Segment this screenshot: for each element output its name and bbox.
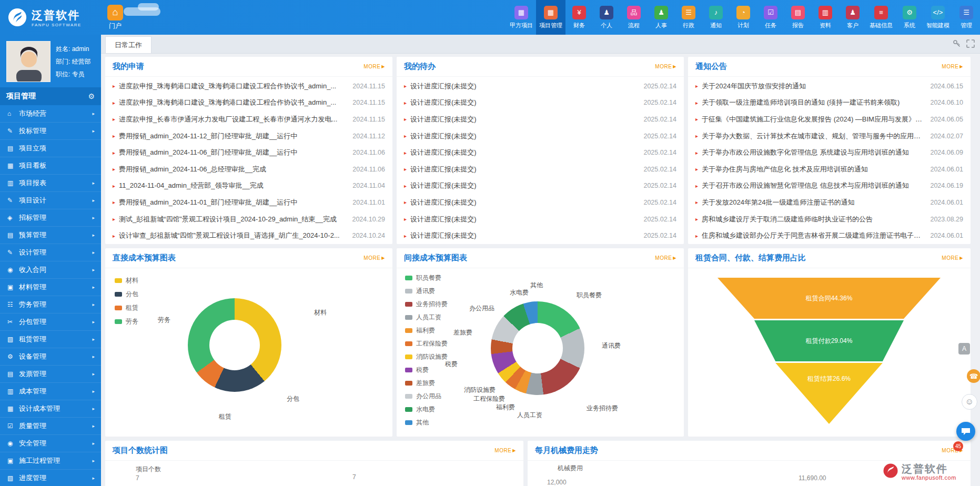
legend-item[interactable]: 劳务: [115, 315, 138, 328]
list-item[interactable]: ▸关于举办住房与房地产信息化 技术及应用培训班的通知2024.06.01: [688, 161, 971, 178]
topnav-item-system[interactable]: ⚙系统: [896, 0, 923, 35]
list-item[interactable]: ▸住房和城乡建设部办公厅关于同意吉林省开展二级建造师注册证书电子化试点...20…: [688, 227, 971, 244]
topnav-item-notification[interactable]: ♪通知: [702, 0, 730, 35]
sidebar-item-cost-management[interactable]: ▥成本管理▸: [0, 383, 101, 400]
list-item[interactable]: ▸费用报销_admin_2024-11-06_总经理审批__完成2024.11.…: [105, 161, 392, 178]
list-item[interactable]: ▸费用报销_admin_2024-11-12_部门经理审批_胡建__运行中202…: [105, 128, 392, 145]
list-item[interactable]: ▸设计进度汇报(未提交)2025.02.14: [397, 111, 684, 128]
topnav-item-workflow[interactable]: 品流程: [620, 0, 648, 35]
list-item[interactable]: ▸关于召开市政公用设施智慧化管理信息 信息技术与应用培训班的通知2024.06.…: [688, 178, 971, 195]
sidebar-item-budget-management[interactable]: ▤预算管理▸: [0, 227, 101, 244]
list-item[interactable]: ▸进度款申报_长春市伊通河水力发电厂设建工程_长春市伊通河水力发电...2024…: [105, 111, 392, 128]
topnav-item-project-management[interactable]: ▦项目管理: [536, 0, 565, 35]
topnav-item-personal[interactable]: ♟个人: [593, 0, 620, 35]
gear-icon[interactable]: ⚙: [88, 92, 95, 100]
list-item[interactable]: ▸关于2024年国庆节放假安排的通知2024.06.15: [688, 78, 971, 95]
topnav-item-base-info[interactable]: ≡基础信息: [866, 0, 896, 35]
sidebar-item-project-board[interactable]: ▦项目看板: [0, 157, 101, 175]
sidebar-item-construction-process-management[interactable]: ▣施工过程管理▸: [0, 452, 101, 470]
sidebar-item-invoice-management[interactable]: ▤发票管理▸: [0, 366, 101, 383]
legend-item[interactable]: 人员工资: [405, 311, 448, 324]
tab-daily-work[interactable]: 日常工作: [105, 36, 151, 53]
list-item[interactable]: ▸设计进度汇报(未提交)2025.02.14: [397, 144, 684, 161]
list-item[interactable]: ▸关于举办市政公用设施数字化管理信息 系统建设与应用培训班的通知2024.06.…: [688, 144, 971, 161]
list-item[interactable]: ▸设计进度汇报(未提交)2025.02.14: [397, 211, 684, 228]
topnav-item-document[interactable]: ▥资料: [812, 0, 839, 35]
list-item[interactable]: ▸设计审查_彭祖新城“四馆”景观工程设计项目_请选择_胡广生_2024-10-2…: [105, 227, 392, 244]
sidebar-item-design-cost-management[interactable]: ▦设计成本管理▸: [0, 400, 101, 418]
user-avatar[interactable]: [6, 41, 50, 82]
list-item[interactable]: ▸设计进度汇报(未提交)2025.02.14: [397, 128, 684, 145]
topnav-item-report[interactable]: ▤报告: [784, 0, 812, 35]
legend-item[interactable]: 福利费: [405, 324, 448, 337]
list-item[interactable]: ▸关于发放2024年第24批一级建造师注册证书的通知2024.06.01: [688, 194, 971, 211]
more-button[interactable]: MORE▶: [655, 64, 676, 69]
list-item[interactable]: ▸关于举办大数据、云计算技术在城市建设、规划、管理与服务中的应用培训班...20…: [688, 128, 971, 145]
sidebar-item-bid-management[interactable]: ✎投标管理▸: [0, 123, 101, 140]
topnav-item-task[interactable]: ☑任务: [757, 0, 784, 35]
notification-badge[interactable]: 45: [953, 441, 963, 451]
key-icon[interactable]: [953, 39, 961, 48]
sidebar-item-project-design[interactable]: ✎项目设计▸: [0, 192, 101, 209]
legend-item[interactable]: 其他: [405, 416, 448, 429]
legend-item[interactable]: 水电费: [405, 403, 448, 416]
topnav-item-management[interactable]: ☰管理: [953, 0, 980, 35]
chat-button[interactable]: [956, 422, 975, 441]
topnav-item-administration[interactable]: ☰行政: [675, 0, 702, 35]
list-item[interactable]: ▸设计进度汇报(未提交)2025.02.14: [397, 78, 684, 95]
list-item[interactable]: ▸费用报销_admin_2024-11-01_部门经理审批_胡建__运行中202…: [105, 194, 392, 211]
list-item[interactable]: ▸进度款申报_珠海鹤港口建设_珠海鹤港口建设工程合作协议书_admin_...2…: [105, 95, 392, 112]
legend-item[interactable]: 办公用品: [405, 390, 448, 403]
topnav-item-hr[interactable]: ♟人事: [648, 0, 675, 35]
topnav-item-customer[interactable]: ♟客户: [839, 0, 866, 35]
list-item[interactable]: ▸设计进度汇报(未提交)2025.02.14: [397, 178, 684, 195]
list-item[interactable]: ▸房和城乡建设厅关于取消二级建造师临时执业证书的公告2023.08.29: [688, 211, 971, 228]
topnav-item-finance[interactable]: ¥财务: [565, 0, 593, 35]
sidebar-item-design-management[interactable]: ✎设计管理▸: [0, 244, 101, 261]
legend-item[interactable]: 租赁: [115, 301, 138, 315]
legend-item[interactable]: 工程保险费: [405, 337, 448, 350]
list-item[interactable]: ▸11_2024-11-04_admin_经营部_领导审批__完成2024.11…: [105, 178, 392, 195]
collapse-panel-icon[interactable]: [966, 39, 975, 48]
topnav-item-plan[interactable]: ◔计划: [730, 0, 757, 35]
text-size-widget[interactable]: A: [958, 343, 970, 355]
list-item[interactable]: ▸测试_彭祖新城“四馆”景观工程设计项目_2024-10-29_admin_结束…: [105, 211, 392, 228]
legend-item[interactable]: 消防设施费: [405, 350, 448, 363]
list-item[interactable]: ▸进度款申报_珠海鹤港口建设_珠海鹤港口建设工程合作协议书_admin_...2…: [105, 78, 392, 95]
more-button[interactable]: MORE▶: [655, 255, 676, 261]
sidebar-item-progress-management[interactable]: ▧进度管理▸: [0, 470, 101, 486]
topnav-item-smart-modeling[interactable]: </>智能建模: [923, 0, 953, 35]
sidebar-item-quality-management[interactable]: ☑质量管理▸: [0, 418, 101, 435]
list-item[interactable]: ▸关于领取一级注册建造师培训项目的通知 (须持一建证书前来领取)2024.06.…: [688, 95, 971, 112]
sidebar-item-subcontract-management[interactable]: ✂分包管理▸: [0, 313, 101, 331]
list-item[interactable]: ▸设计进度汇报(未提交)2025.02.14: [397, 95, 684, 112]
legend-item[interactable]: 通讯费: [405, 285, 448, 298]
more-button[interactable]: MORE▶: [942, 255, 963, 261]
legend-item[interactable]: 税费: [405, 363, 448, 377]
sidebar-item-equipment-management[interactable]: ⚙设备管理▸: [0, 348, 101, 366]
sidebar-item-rental-management[interactable]: ▧租赁管理▸: [0, 331, 101, 348]
list-item[interactable]: ▸于征集《中国建筑施工行业信息化发展报告 (2024) —BIM应用与发展》材料…: [688, 111, 971, 128]
legend-item[interactable]: 业务招待费: [405, 298, 448, 311]
sidebar-item-income-contract[interactable]: ◉收入合同▸: [0, 261, 101, 279]
sidebar-item-labor-management[interactable]: ☷劳务管理▸: [0, 296, 101, 313]
sidebar-item-market-operation[interactable]: ⌂市场经营▸: [0, 105, 101, 123]
sidebar-item-tender-management[interactable]: ◈招标管理▸: [0, 209, 101, 227]
list-item[interactable]: ▸费用报销_admin_2024-11-06_部门经理审批_胡建__运行中202…: [105, 144, 392, 161]
legend-item[interactable]: 差旅费: [405, 377, 448, 390]
list-item[interactable]: ▸设计进度汇报(未提交)2025.02.14: [397, 227, 684, 244]
topnav-item-party-a-project[interactable]: ▦甲方项目: [507, 0, 536, 35]
legend-item[interactable]: 分包: [115, 287, 138, 301]
more-button[interactable]: MORE▶: [363, 255, 385, 261]
more-button[interactable]: MORE▶: [494, 448, 516, 453]
assistant-avatar-button[interactable]: ☺: [962, 394, 977, 410]
sidebar-item-safety-management[interactable]: ◉安全管理▸: [0, 435, 101, 452]
service-button[interactable]: ☎: [967, 369, 980, 383]
sidebar-item-project-initiation[interactable]: ▤项目立项: [0, 140, 101, 157]
list-item[interactable]: ▸设计进度汇报(未提交)2025.02.14: [397, 161, 684, 178]
legend-item[interactable]: 职员餐费: [405, 271, 448, 285]
more-button[interactable]: MORE▶: [942, 64, 963, 69]
legend-item[interactable]: 材料: [115, 274, 138, 287]
sidebar-item-material-management[interactable]: ▣材料管理▸: [0, 279, 101, 296]
more-button[interactable]: MORE▶: [363, 64, 385, 69]
